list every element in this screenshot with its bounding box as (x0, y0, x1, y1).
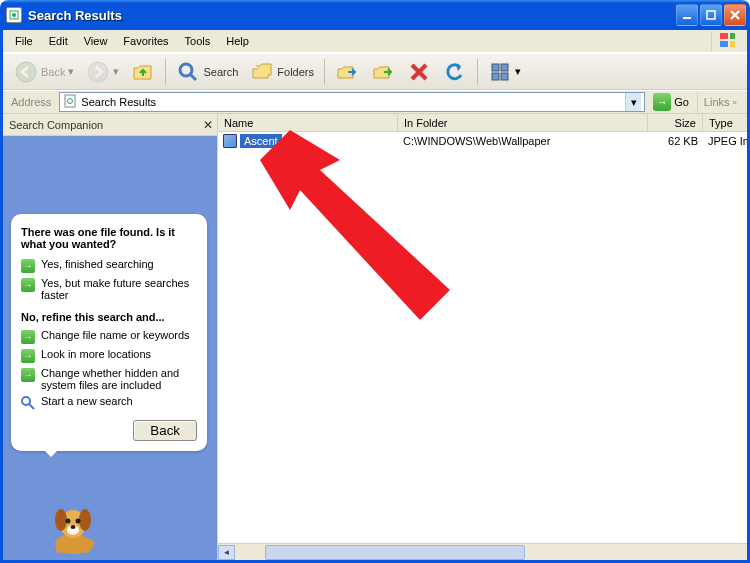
arrow-icon: → (21, 259, 35, 273)
menu-help[interactable]: Help (218, 32, 257, 50)
delete-button[interactable] (402, 57, 436, 87)
magnifier-icon (21, 396, 35, 410)
svg-point-10 (16, 62, 36, 82)
svg-point-27 (79, 509, 91, 531)
page-icon (63, 94, 77, 110)
toolbar: Back ▾ ▾ Search Folders (3, 53, 747, 90)
address-dropdown-icon[interactable]: ▾ (625, 93, 641, 111)
companion-close-icon[interactable]: ✕ (203, 118, 213, 132)
minimize-button[interactable] (676, 4, 698, 26)
folder-up-icon (131, 60, 155, 84)
balloon-header: There was one file found. Is it what you… (21, 226, 197, 250)
arrow-icon: → (21, 349, 35, 363)
option-hidden-files[interactable]: → Change whether hidden and system files… (21, 367, 197, 391)
svg-point-11 (88, 62, 108, 82)
option-label: Yes, but make future searches faster (41, 277, 197, 301)
views-icon (488, 60, 512, 84)
column-size[interactable]: Size (648, 114, 703, 131)
folders-icon (250, 60, 274, 84)
chevron-down-icon: ▾ (68, 65, 74, 78)
scroll-thumb[interactable] (265, 545, 525, 560)
menu-file[interactable]: File (7, 32, 41, 50)
svg-point-26 (55, 509, 67, 531)
option-label: Start a new search (41, 395, 133, 407)
file-folder: C:\WINDOWS\Web\Wallpaper (398, 134, 648, 148)
copy-to-icon (371, 60, 395, 84)
option-new-search[interactable]: Start a new search (21, 395, 197, 410)
svg-rect-8 (720, 41, 728, 47)
column-folder[interactable]: In Folder (398, 114, 648, 131)
window-title: Search Results (28, 8, 676, 23)
svg-rect-2 (683, 17, 691, 19)
folders-button[interactable]: Folders (245, 57, 319, 87)
arrow-icon: → (21, 278, 35, 292)
back-label: Back (41, 66, 65, 78)
back-button[interactable]: Back ▾ (9, 57, 79, 87)
refine-header: No, refine this search and... (21, 311, 197, 323)
option-label: Change whether hidden and system files a… (41, 367, 197, 391)
svg-rect-9 (730, 41, 735, 47)
companion-back-button[interactable]: Back (133, 420, 197, 441)
menu-edit[interactable]: Edit (41, 32, 76, 50)
address-bar: Address Search Results ▾ → Go Links » (3, 90, 747, 114)
option-faster[interactable]: → Yes, but make future searches faster (21, 277, 197, 301)
up-button[interactable] (126, 57, 160, 87)
companion-title-bar: Search Companion ✕ (3, 114, 217, 136)
svg-rect-19 (501, 73, 508, 80)
copy-to-button[interactable] (366, 57, 400, 87)
links-label: Links (704, 96, 730, 108)
column-name[interactable]: Name (218, 114, 398, 131)
option-more-locations[interactable]: → Look in more locations (21, 348, 197, 363)
svg-point-31 (71, 525, 76, 529)
arrow-icon: → (21, 330, 35, 344)
svg-line-13 (190, 74, 196, 80)
search-dog-icon[interactable] (43, 496, 103, 556)
file-name: Ascent (240, 134, 282, 148)
svg-rect-7 (730, 33, 735, 39)
move-to-button[interactable] (330, 57, 364, 87)
option-finished[interactable]: → Yes, finished searching (21, 258, 197, 273)
svg-point-32 (56, 547, 64, 553)
address-input[interactable]: Search Results ▾ (59, 92, 645, 112)
close-button[interactable] (724, 4, 746, 26)
views-button[interactable]: ▾ (483, 57, 526, 87)
maximize-button[interactable] (700, 4, 722, 26)
windows-flag-icon (711, 31, 743, 51)
svg-point-29 (66, 519, 71, 524)
search-label: Search (203, 66, 238, 78)
undo-button[interactable] (438, 57, 472, 87)
horizontal-scrollbar[interactable]: ◄ ► (218, 543, 747, 560)
column-headers: Name In Folder Size Type (218, 114, 747, 132)
file-icon (223, 134, 237, 148)
links-toolbar[interactable]: Links » (697, 92, 743, 112)
go-button[interactable]: → Go (649, 92, 693, 112)
svg-rect-20 (65, 95, 75, 107)
address-value: Search Results (81, 96, 621, 108)
folders-label: Folders (277, 66, 314, 78)
svg-point-34 (88, 539, 94, 549)
search-icon (176, 60, 200, 84)
go-icon: → (653, 93, 671, 111)
svg-rect-16 (492, 64, 499, 71)
chevron-down-icon: ▾ (515, 65, 521, 78)
go-label: Go (674, 96, 689, 108)
companion-title: Search Companion (9, 119, 103, 131)
forward-button[interactable]: ▾ (81, 57, 124, 87)
column-type[interactable]: Type (703, 114, 747, 131)
companion-balloon: There was one file found. Is it what you… (11, 214, 207, 451)
svg-point-22 (22, 397, 30, 405)
move-to-icon (335, 60, 359, 84)
search-companion-panel: Search Companion ✕ There was one file fo… (3, 114, 218, 560)
chevron-down-icon: ▾ (113, 65, 119, 78)
file-size: 62 KB (648, 134, 703, 148)
delete-icon (407, 60, 431, 84)
option-change-name[interactable]: → Change file name or keywords (21, 329, 197, 344)
option-label: Change file name or keywords (41, 329, 190, 341)
svg-point-33 (82, 547, 90, 553)
menu-favorites[interactable]: Favorites (115, 32, 176, 50)
menu-tools[interactable]: Tools (177, 32, 219, 50)
search-button[interactable]: Search (171, 57, 243, 87)
scroll-left-button[interactable]: ◄ (218, 545, 235, 560)
result-row[interactable]: Ascent C:\WINDOWS\Web\Wallpaper 62 KB JP… (218, 132, 747, 149)
menu-view[interactable]: View (76, 32, 116, 50)
